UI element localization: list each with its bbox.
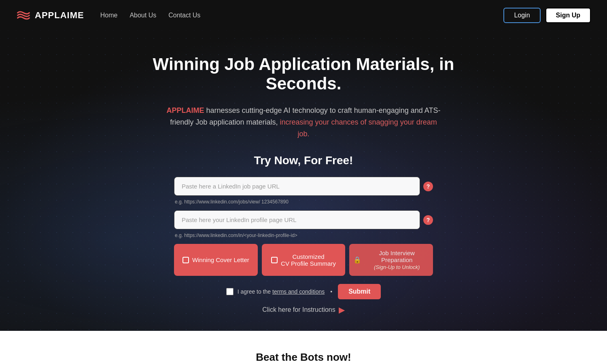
cover-letter-checkbox bbox=[183, 257, 189, 263]
hero-section: Winning Job Application Materials, in Se… bbox=[0, 30, 607, 331]
profile-url-row: ? bbox=[174, 210, 433, 229]
logo-icon bbox=[16, 10, 31, 21]
beat-section: Beat the Bots now! It's 2024, recruiters… bbox=[0, 331, 607, 364]
profile-url-input[interactable] bbox=[174, 210, 420, 229]
dot-separator: • bbox=[330, 288, 332, 295]
form-container: ? e.g. https://www.linkedin.com/jobs/vie… bbox=[174, 177, 433, 315]
profile-url-help-icon[interactable]: ? bbox=[423, 215, 433, 225]
agree-text: I agree to the terms and conditions bbox=[238, 288, 325, 295]
instructions-row: Click here for Instructions ▶ bbox=[174, 305, 433, 315]
hero-subtitle: APPLAIME harnesses cutting-edge AI techn… bbox=[166, 105, 441, 140]
job-url-row: ? bbox=[174, 177, 433, 196]
job-url-hint: e.g. https://www.linkedin.com/jobs/view/… bbox=[174, 199, 433, 205]
nav-links: Home About Us Contact Us bbox=[100, 12, 504, 19]
logo-text: APPLAIME bbox=[35, 10, 84, 21]
navbar: APPLAIME Home About Us Contact Us Login … bbox=[0, 0, 607, 30]
submit-button[interactable]: Submit bbox=[338, 284, 381, 299]
lock-icon: 🔒 bbox=[353, 256, 361, 264]
cv-summary-option[interactable]: Customized CV Profile Summary bbox=[262, 244, 346, 276]
beat-title: Beat the Bots now! bbox=[16, 351, 591, 364]
job-url-help-icon[interactable]: ? bbox=[423, 182, 433, 191]
instructions-text: Click here for Instructions bbox=[262, 306, 335, 313]
cv-summary-label: Customized CV Profile Summary bbox=[281, 253, 336, 267]
brand-name: APPLAIME bbox=[166, 106, 204, 114]
cover-letter-label: Winning Cover Letter bbox=[192, 256, 249, 263]
subtitle-highlight: increasing your chances of snagging your… bbox=[280, 118, 437, 138]
cv-summary-checkbox bbox=[271, 257, 278, 263]
hero-title: Winning Job Application Materials, in Se… bbox=[142, 55, 465, 93]
signup-button[interactable]: Sign Up bbox=[545, 8, 591, 23]
interview-prep-option[interactable]: 🔒 Job Interview Preparation (Sign-Up to … bbox=[349, 244, 433, 276]
play-icon: ▶ bbox=[339, 305, 345, 315]
job-url-input[interactable] bbox=[174, 177, 420, 196]
cover-letter-option[interactable]: Winning Cover Letter bbox=[174, 244, 258, 276]
nav-actions: Login Sign Up bbox=[503, 8, 591, 23]
instructions-link[interactable]: Click here for Instructions ▶ bbox=[262, 305, 345, 315]
options-row: Winning Cover Letter Customized CV Profi… bbox=[174, 244, 433, 276]
profile-url-hint: e.g. https://www.linkedin.com/in/<your-l… bbox=[174, 233, 433, 238]
terms-link[interactable]: terms and conditions bbox=[272, 288, 325, 295]
nav-contact[interactable]: Contact Us bbox=[168, 12, 200, 19]
terms-checkbox[interactable] bbox=[226, 288, 233, 295]
nav-about[interactable]: About Us bbox=[129, 12, 156, 19]
agree-row: I agree to the terms and conditions • Su… bbox=[174, 284, 433, 299]
try-title: Try Now, For Free! bbox=[254, 154, 353, 167]
nav-home[interactable]: Home bbox=[100, 12, 118, 19]
logo-link[interactable]: APPLAIME bbox=[16, 10, 84, 21]
interview-prep-label: Job Interview Preparation (Sign-Up to Un… bbox=[365, 250, 429, 270]
login-button[interactable]: Login bbox=[503, 8, 540, 23]
